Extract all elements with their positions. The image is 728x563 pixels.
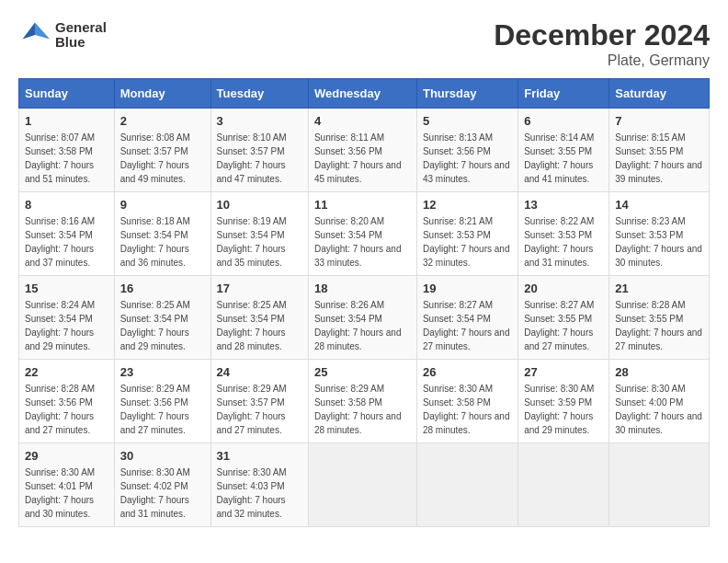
calendar-cell: 19 Sunrise: 8:27 AM Sunset: 3:54 PM Dayl… xyxy=(416,276,518,360)
day-detail: Sunrise: 8:27 AM Sunset: 3:55 PM Dayligh… xyxy=(524,298,603,353)
calendar-cell: 28 Sunrise: 8:30 AM Sunset: 4:00 PM Dayl… xyxy=(609,360,710,443)
day-detail: Sunrise: 8:21 AM Sunset: 3:53 PM Dayligh… xyxy=(423,214,512,270)
day-detail: Sunrise: 8:10 AM Sunset: 3:57 PM Dayligh… xyxy=(217,131,302,186)
week-row: 8 Sunrise: 8:16 AM Sunset: 3:54 PM Dayli… xyxy=(19,192,710,276)
header-row: Sunday Monday Tuesday Wednesday Thursday… xyxy=(19,79,710,109)
day-detail: Sunrise: 8:16 AM Sunset: 3:54 PM Dayligh… xyxy=(25,214,108,270)
calendar-cell: 27 Sunrise: 8:30 AM Sunset: 3:59 PM Dayl… xyxy=(518,360,609,443)
day-detail: Sunrise: 8:25 AM Sunset: 3:54 PM Dayligh… xyxy=(120,298,205,353)
day-detail: Sunrise: 8:29 AM Sunset: 3:56 PM Dayligh… xyxy=(120,382,205,437)
day-number: 29 xyxy=(25,449,108,463)
calendar-cell xyxy=(308,443,416,527)
calendar-header: Sunday Monday Tuesday Wednesday Thursday… xyxy=(19,79,710,109)
calendar-cell: 13 Sunrise: 8:22 AM Sunset: 3:53 PM Dayl… xyxy=(518,192,609,276)
day-number: 6 xyxy=(524,114,603,128)
calendar-cell: 31 Sunrise: 8:30 AM Sunset: 4:03 PM Dayl… xyxy=(210,443,308,527)
logo-line1: General xyxy=(55,20,107,36)
day-number: 31 xyxy=(217,449,302,463)
day-number: 14 xyxy=(615,198,703,212)
logo-line2: Blue xyxy=(55,35,107,51)
day-detail: Sunrise: 8:30 AM Sunset: 4:01 PM Dayligh… xyxy=(25,465,108,521)
logo: General Blue xyxy=(18,18,107,52)
calendar-table: Sunday Monday Tuesday Wednesday Thursday… xyxy=(18,78,710,527)
day-detail: Sunrise: 8:25 AM Sunset: 3:54 PM Dayligh… xyxy=(217,298,302,353)
header-monday: Monday xyxy=(114,79,210,109)
week-row: 22 Sunrise: 8:28 AM Sunset: 3:56 PM Dayl… xyxy=(19,360,710,443)
day-number: 24 xyxy=(217,365,302,379)
day-number: 9 xyxy=(120,198,205,212)
calendar-cell: 3 Sunrise: 8:10 AM Sunset: 3:57 PM Dayli… xyxy=(210,109,308,192)
day-detail: Sunrise: 8:29 AM Sunset: 3:58 PM Dayligh… xyxy=(314,382,411,437)
calendar-cell: 22 Sunrise: 8:28 AM Sunset: 3:56 PM Dayl… xyxy=(19,360,115,443)
calendar-cell xyxy=(609,443,710,527)
calendar-cell: 15 Sunrise: 8:24 AM Sunset: 3:54 PM Dayl… xyxy=(19,276,115,360)
day-detail: Sunrise: 8:24 AM Sunset: 3:54 PM Dayligh… xyxy=(25,298,108,353)
calendar-cell xyxy=(518,443,609,527)
day-number: 25 xyxy=(314,365,411,379)
day-detail: Sunrise: 8:14 AM Sunset: 3:55 PM Dayligh… xyxy=(524,131,603,186)
calendar-cell: 18 Sunrise: 8:26 AM Sunset: 3:54 PM Dayl… xyxy=(308,276,416,360)
day-detail: Sunrise: 8:30 AM Sunset: 3:59 PM Dayligh… xyxy=(524,382,603,437)
calendar-cell: 7 Sunrise: 8:15 AM Sunset: 3:55 PM Dayli… xyxy=(609,109,710,192)
calendar-cell: 1 Sunrise: 8:07 AM Sunset: 3:58 PM Dayli… xyxy=(19,109,115,192)
day-number: 2 xyxy=(120,114,205,128)
calendar-cell: 30 Sunrise: 8:30 AM Sunset: 4:02 PM Dayl… xyxy=(114,443,210,527)
day-number: 16 xyxy=(120,282,205,295)
week-row: 1 Sunrise: 8:07 AM Sunset: 3:58 PM Dayli… xyxy=(19,109,710,192)
calendar-cell: 11 Sunrise: 8:20 AM Sunset: 3:54 PM Dayl… xyxy=(308,192,416,276)
day-number: 12 xyxy=(423,198,512,212)
day-detail: Sunrise: 8:19 AM Sunset: 3:54 PM Dayligh… xyxy=(217,214,302,270)
day-detail: Sunrise: 8:22 AM Sunset: 3:53 PM Dayligh… xyxy=(524,214,603,270)
header-thursday: Thursday xyxy=(416,79,518,109)
header-saturday: Saturday xyxy=(609,79,710,109)
day-detail: Sunrise: 8:07 AM Sunset: 3:58 PM Dayligh… xyxy=(25,131,108,186)
day-number: 3 xyxy=(217,114,302,128)
day-detail: Sunrise: 8:08 AM Sunset: 3:57 PM Dayligh… xyxy=(120,131,205,186)
day-number: 20 xyxy=(524,282,603,295)
calendar-cell: 21 Sunrise: 8:28 AM Sunset: 3:55 PM Dayl… xyxy=(609,276,710,360)
day-detail: Sunrise: 8:23 AM Sunset: 3:53 PM Dayligh… xyxy=(615,214,703,270)
calendar-cell: 26 Sunrise: 8:30 AM Sunset: 3:58 PM Dayl… xyxy=(416,360,518,443)
day-number: 21 xyxy=(615,282,703,295)
page-header: General Blue December 2024 Plate, German… xyxy=(18,18,710,69)
header-friday: Friday xyxy=(518,79,609,109)
day-number: 18 xyxy=(314,282,411,295)
calendar-cell: 5 Sunrise: 8:13 AM Sunset: 3:56 PM Dayli… xyxy=(416,109,518,192)
day-detail: Sunrise: 8:28 AM Sunset: 3:55 PM Dayligh… xyxy=(615,298,703,353)
calendar-cell: 9 Sunrise: 8:18 AM Sunset: 3:54 PM Dayli… xyxy=(114,192,210,276)
calendar-cell: 4 Sunrise: 8:11 AM Sunset: 3:56 PM Dayli… xyxy=(308,109,416,192)
day-detail: Sunrise: 8:26 AM Sunset: 3:54 PM Dayligh… xyxy=(314,298,411,353)
calendar-cell: 17 Sunrise: 8:25 AM Sunset: 3:54 PM Dayl… xyxy=(210,276,308,360)
calendar-cell: 10 Sunrise: 8:19 AM Sunset: 3:54 PM Dayl… xyxy=(210,192,308,276)
calendar-cell: 12 Sunrise: 8:21 AM Sunset: 3:53 PM Dayl… xyxy=(416,192,518,276)
day-number: 19 xyxy=(423,282,512,295)
calendar-cell: 8 Sunrise: 8:16 AM Sunset: 3:54 PM Dayli… xyxy=(19,192,115,276)
day-number: 10 xyxy=(217,198,302,212)
day-number: 15 xyxy=(25,282,108,295)
header-tuesday: Tuesday xyxy=(210,79,308,109)
logo-text: General Blue xyxy=(55,20,107,51)
day-detail: Sunrise: 8:18 AM Sunset: 3:54 PM Dayligh… xyxy=(120,214,205,270)
day-detail: Sunrise: 8:30 AM Sunset: 4:03 PM Dayligh… xyxy=(217,465,302,521)
day-detail: Sunrise: 8:30 AM Sunset: 4:02 PM Dayligh… xyxy=(120,465,205,521)
day-number: 1 xyxy=(25,114,108,128)
calendar-cell xyxy=(416,443,518,527)
calendar-cell: 6 Sunrise: 8:14 AM Sunset: 3:55 PM Dayli… xyxy=(518,109,609,192)
calendar-cell: 16 Sunrise: 8:25 AM Sunset: 3:54 PM Dayl… xyxy=(114,276,210,360)
day-number: 5 xyxy=(423,114,512,128)
day-detail: Sunrise: 8:20 AM Sunset: 3:54 PM Dayligh… xyxy=(314,214,411,270)
day-number: 30 xyxy=(120,449,205,463)
day-number: 23 xyxy=(120,365,205,379)
logo-icon xyxy=(18,18,51,52)
day-detail: Sunrise: 8:15 AM Sunset: 3:55 PM Dayligh… xyxy=(615,131,703,186)
day-number: 11 xyxy=(314,198,411,212)
day-detail: Sunrise: 8:27 AM Sunset: 3:54 PM Dayligh… xyxy=(423,298,512,353)
calendar-cell: 23 Sunrise: 8:29 AM Sunset: 3:56 PM Dayl… xyxy=(114,360,210,443)
day-detail: Sunrise: 8:29 AM Sunset: 3:57 PM Dayligh… xyxy=(217,382,302,437)
header-sunday: Sunday xyxy=(19,79,115,109)
day-detail: Sunrise: 8:28 AM Sunset: 3:56 PM Dayligh… xyxy=(25,382,108,437)
day-number: 17 xyxy=(217,282,302,295)
day-number: 22 xyxy=(25,365,108,379)
calendar-cell: 14 Sunrise: 8:23 AM Sunset: 3:53 PM Dayl… xyxy=(609,192,710,276)
calendar-cell: 20 Sunrise: 8:27 AM Sunset: 3:55 PM Dayl… xyxy=(518,276,609,360)
